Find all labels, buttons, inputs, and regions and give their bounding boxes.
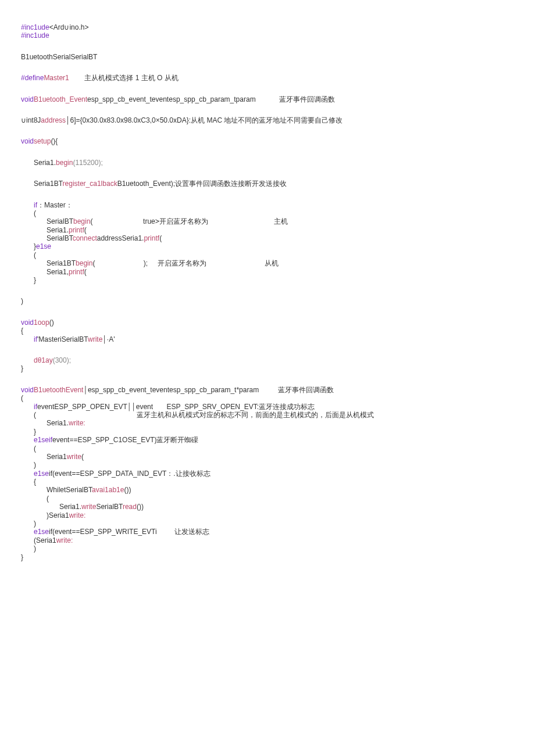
function-name: 1oop [34,318,49,327]
function-name: setup [34,137,51,145]
code-line: ( [21,394,535,402]
var-name: address [41,116,66,124]
code-line: voidsetup(){ [21,137,535,145]
method-name: printf [144,234,159,242]
method-name: dθ1ay [34,356,53,364]
method-name: begin [73,217,90,225]
comment: 蓝牙事件回调函数 [278,386,334,394]
code-line: if'MasteriSerialBTwrite│·A' [21,335,535,343]
method-name: begin [76,259,92,267]
code-line: Seria1write( [21,453,535,461]
code-line: Seria1.begin(115200); [21,159,535,167]
code-line: Seria1.writeSerialBTread()) [21,503,535,511]
code-line: e1seifevent==ESP_SPP_C1OSE_EVT)蓝牙断开蜘磲 [21,436,535,444]
code-line: ( [21,209,535,217]
code-line: ) [21,519,535,528]
comment: 主机 [274,217,288,225]
method-name: printf [69,268,84,276]
comment: 从机 MAC 地址不同的蓝牙地址不同需要自己修改 [191,116,343,124]
method-name: register_ca1lback [63,180,117,188]
keyword-else: e1se [34,470,49,478]
value: │6]={0x30.0x83.0x98.0xC3,0×50.0xDA}: [66,116,191,124]
comment: 蓝牙事件回调函数 [279,95,335,103]
method-name: begin [56,159,73,167]
code-block: #inc1ude<Ard∪ino.h> #inc1ude B1uetoothSe… [21,23,535,561]
code-line: e1seif(event==ESP_SPP_WRITE_EVTi 让发送标志 [21,528,535,536]
code-line: #inc1ude [21,31,535,40]
code-line: } [21,553,535,561]
code-line: if：Master： [21,201,535,209]
code-line: } [21,276,535,284]
keyword-else: e1se [34,528,49,536]
code-line: voidB1uetoothEvent│esp_spp_cb_event_teve… [21,386,535,394]
keyword-else: e1se [36,242,51,250]
code-line: void1oop() [21,318,535,327]
method-name: connect [73,234,97,242]
code-line: } [21,364,535,372]
code-line: ( 蓝牙主机和从机模式对应的标志不同，前面的是主机模式的，后面是从机模式 [21,411,535,419]
code-line: Seria1BTbegin( ); 开启蓝牙名称为 从机 [21,259,535,267]
args: (300); [53,356,71,364]
code-line: { [21,327,535,335]
keyword-void: void [21,137,34,145]
code-line: SerialBTconnectaddressSeria1.printf( [21,234,535,242]
include-target: <Ard∪ino.h> [49,23,89,31]
code-line: dθ1ay(300); [21,356,535,364]
code-line: Seria1,printf( [21,268,535,276]
method-name: write [67,453,81,461]
code-line: ( [21,251,535,259]
keyword-void: void [21,386,34,394]
params: esp_spp_cb_event_teventesp_spp_cb_param_… [87,95,256,103]
define-name: Master1 [44,74,69,82]
method-name: write: [56,536,73,544]
code-line: { [21,478,535,486]
comment: 蓝牙断开蜘磲 [156,436,198,444]
code-line: ) [21,461,535,469]
code-line: ( [21,445,535,453]
comment: 开启蓝牙名称为 [159,217,208,225]
code-line: Seria1BTregister_ca1lbackB1uetooth_Event… [21,180,535,188]
code-line: e1seif(event==ESP_SPP_DATA_IND_EVT：.让接收标… [21,470,535,478]
code-line: voidB1uetooth_Eventesp_spp_cb_event_teve… [21,95,535,103]
code-line: WhiletSerialBTavai1ab1e()) [21,486,535,494]
code-line: } [21,428,535,436]
keyword-include: #inc1ude [21,23,49,31]
comment: 主从机模式选择 1 主机 O 从机 [84,74,178,82]
code-line: (Seria1write: [21,536,535,544]
type: ∪int8J [21,116,41,124]
keyword-void: void [21,318,34,327]
code-line: ) [21,544,535,553]
code-line: )Seria1write: [21,511,535,519]
code-line: ifeventESP_SPP_OPEN_EVT││event ESP_SPP_S… [21,403,535,411]
code-line: }e1se [21,242,535,250]
keyword-include: #inc1ude [21,31,49,40]
keyword-void: void [21,95,34,103]
method-name: read [123,503,137,511]
function-name: B1uetoothEvent [34,386,83,394]
args: (115200); [73,159,102,167]
code-line: #defineMaster1 主从机模式选择 1 主机 O 从机 [21,74,535,82]
code-line: ∪int8Jaddress│6]={0x30.0x83.0x98.0xC3,0×… [21,116,535,124]
method-name: printf [69,226,84,234]
code-line: Seria1.write: [21,419,535,427]
comment: 蓝牙连接成功标志 [259,403,315,411]
comment: 开启蓝牙名称为 [158,259,206,267]
comment: 让发送标志 [174,528,209,536]
method-name: write: [69,511,86,519]
keyword-else: e1se [34,436,49,444]
method-name: write [88,335,102,343]
code-line: B1uetoothSerialSerialBT [21,53,535,61]
code-line: Seria1.printf( [21,226,535,234]
code-line: SerialBTbegin( true>开启蓝牙名称为 主机 [21,217,535,225]
keyword-define: #define [21,74,44,82]
comment: .让接收标志 [173,470,210,478]
method-name: write: [69,419,85,427]
comment: 从机 [265,259,279,267]
declaration: B1uetoothSerialSerialBT [21,53,97,61]
code-line: ( [21,495,535,503]
comment: 蓝牙主机和从机模式对应的标志不同，前面的是主机模式的，后面是从机模式 [137,411,374,419]
function-name: B1uetooth_Event [34,95,87,103]
method-name: avai1ab1e [92,486,124,494]
comment [69,74,85,82]
code-line: #inc1ude<Ard∪ino.h> [21,23,535,31]
